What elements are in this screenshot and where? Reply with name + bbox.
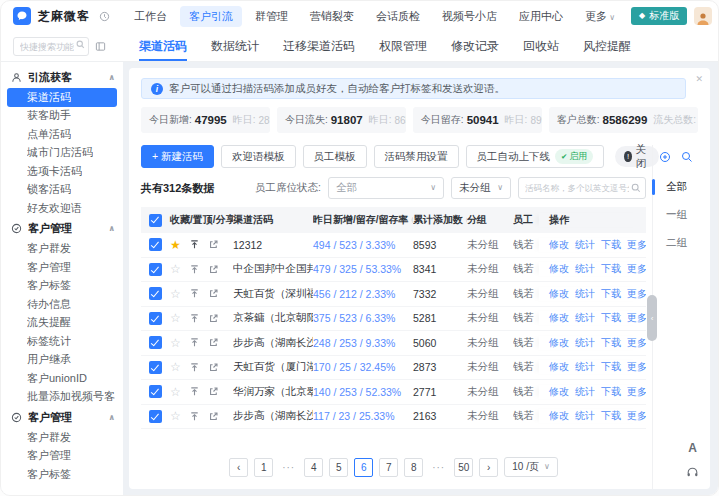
- sidebar-item[interactable]: 锁客活码 ∧: [1, 181, 123, 200]
- action-download[interactable]: 下载: [601, 238, 621, 252]
- action-more[interactable]: 更多: [627, 336, 646, 350]
- star-icon[interactable]: [170, 361, 181, 373]
- tab[interactable]: 回收站: [523, 31, 559, 61]
- star-icon[interactable]: [170, 263, 181, 275]
- support-headset-button[interactable]: [686, 466, 699, 479]
- sidebar-item[interactable]: 点单活码 ∧: [1, 125, 123, 144]
- page-button[interactable]: 1: [254, 458, 273, 477]
- page-button[interactable]: 50: [454, 458, 473, 477]
- row-checkbox[interactable]: [149, 263, 162, 276]
- daily-stats-link[interactable]: 117 / 23 / 25.33%: [313, 410, 413, 422]
- staff-template-button[interactable]: 员工模板: [303, 145, 367, 168]
- collapse-panel-handle[interactable]: ‹: [647, 295, 657, 341]
- share-icon[interactable]: [208, 264, 219, 275]
- pin-top-icon[interactable]: [189, 288, 200, 299]
- sidebar-item[interactable]: 客户管理 ∧: [1, 218, 123, 240]
- nav-item[interactable]: 工作台: [125, 6, 176, 27]
- sidebar-item[interactable]: 城市门店活码 ∧: [1, 144, 123, 163]
- star-icon[interactable]: [170, 288, 181, 300]
- share-icon[interactable]: [208, 362, 219, 373]
- row-checkbox[interactable]: [149, 312, 162, 325]
- welcome-template-button[interactable]: 欢迎语模板: [221, 145, 296, 168]
- action-stats[interactable]: 统计: [575, 238, 595, 252]
- sidebar-item[interactable]: 待办信息 ∧: [1, 295, 123, 314]
- page-button[interactable]: 6: [354, 458, 373, 477]
- sidebar-item[interactable]: 客户标签 ∧: [1, 465, 123, 484]
- action-more[interactable]: 更多: [627, 262, 646, 276]
- action-more[interactable]: 更多: [627, 287, 646, 301]
- row-checkbox[interactable]: [149, 410, 162, 423]
- action-more[interactable]: 更多: [627, 360, 646, 374]
- tab[interactable]: 数据统计: [211, 31, 259, 61]
- search-group-icon[interactable]: [681, 151, 693, 163]
- page-button[interactable]: 8: [404, 458, 423, 477]
- qrcode-search-input[interactable]: [518, 177, 646, 199]
- pin-top-icon[interactable]: [189, 337, 200, 348]
- row-checkbox[interactable]: [149, 287, 162, 300]
- disable-settings-button[interactable]: 活码禁用设置: [374, 145, 459, 168]
- qrcode-name[interactable]: 步步高（湖南长沙...: [233, 409, 313, 423]
- star-icon[interactable]: [170, 239, 181, 251]
- action-modify[interactable]: 修改: [549, 311, 569, 325]
- seat-status-select[interactable]: 全部 ∨: [328, 177, 444, 199]
- action-download[interactable]: 下载: [601, 287, 621, 301]
- new-qrcode-button[interactable]: + 新建活码: [141, 145, 214, 168]
- action-stats[interactable]: 统计: [575, 262, 595, 276]
- daily-stats-link[interactable]: 248 / 253 / 9.33%: [313, 337, 413, 349]
- nav-item[interactable]: 客户引流: [180, 6, 242, 27]
- row-checkbox[interactable]: [149, 336, 162, 349]
- action-stats[interactable]: 统计: [575, 360, 595, 374]
- add-group-icon[interactable]: [659, 151, 671, 163]
- row-checkbox[interactable]: [149, 385, 162, 398]
- action-stats[interactable]: 统计: [575, 287, 595, 301]
- nav-item[interactable]: 更多: [576, 6, 624, 27]
- tab[interactable]: 权限管理: [379, 31, 427, 61]
- user-avatar[interactable]: [694, 7, 712, 25]
- daily-stats-link[interactable]: 456 / 212 / 2.33%: [313, 288, 413, 300]
- share-icon[interactable]: [208, 239, 219, 250]
- pin-top-icon[interactable]: [189, 264, 200, 275]
- sidebar-item[interactable]: 标签统计 ∧: [1, 332, 123, 351]
- sidebar-item[interactable]: 客户群发 ∧: [1, 428, 123, 447]
- qrcode-name[interactable]: 天虹百货（深圳福...: [233, 287, 313, 301]
- sidebar-item[interactable]: 客户管理 ∧: [1, 258, 123, 277]
- sidebar-item[interactable]: 客户管理 ∧: [1, 406, 123, 428]
- auto-online-button[interactable]: 员工自动上下线 ✔ 启用: [466, 145, 605, 168]
- share-icon[interactable]: [208, 386, 219, 397]
- star-icon[interactable]: [170, 386, 181, 398]
- page-button[interactable]: ···: [429, 458, 448, 477]
- sidebar-item[interactable]: 选项卡活码 ∧: [1, 162, 123, 181]
- action-download[interactable]: 下载: [601, 385, 621, 399]
- action-download[interactable]: 下载: [601, 409, 621, 423]
- page-button[interactable]: 4: [304, 458, 323, 477]
- share-icon[interactable]: [208, 337, 219, 348]
- nav-item[interactable]: 应用中心: [510, 6, 572, 27]
- sidebar-item[interactable]: 渠道活码 ∧: [7, 88, 117, 107]
- daily-stats-link[interactable]: 479 / 325 / 53.33%: [313, 263, 413, 275]
- action-modify[interactable]: 修改: [549, 262, 569, 276]
- action-more[interactable]: 更多: [627, 409, 646, 423]
- share-icon[interactable]: [208, 288, 219, 299]
- plan-badge[interactable]: ◆ 标准版: [631, 7, 687, 25]
- sidebar-item[interactable]: 客户标签 ∧: [1, 277, 123, 296]
- qrcode-name[interactable]: 步步高（湖南长沙...: [233, 336, 313, 350]
- row-checkbox[interactable]: [149, 361, 162, 374]
- star-icon[interactable]: [170, 337, 181, 349]
- action-stats[interactable]: 统计: [575, 336, 595, 350]
- daily-stats-link[interactable]: 170 / 25 / 32.45%: [313, 361, 413, 373]
- close-icon[interactable]: ✕: [695, 74, 703, 84]
- tab[interactable]: 迁移渠道活码: [283, 31, 355, 61]
- sidebar-item[interactable]: 用户继承 ∧: [1, 351, 123, 370]
- sidebar-item[interactable]: 批量添加视频号客户 ∧: [1, 388, 123, 407]
- tab[interactable]: 渠道活码: [139, 31, 187, 61]
- nav-item[interactable]: 会话质检: [367, 6, 429, 27]
- select-all-checkbox[interactable]: [149, 214, 162, 227]
- action-modify[interactable]: 修改: [549, 238, 569, 252]
- sidebar-item[interactable]: 好友欢迎语 ∧: [1, 199, 123, 218]
- action-download[interactable]: 下载: [601, 311, 621, 325]
- sidebar-item[interactable]: 获客助手 ∧: [1, 107, 123, 126]
- group-select[interactable]: 未分组 ∨: [451, 177, 511, 199]
- assistant-button[interactable]: A: [688, 441, 697, 455]
- action-stats[interactable]: 统计: [575, 409, 595, 423]
- sidebar-item[interactable]: 客户unionID ∧: [1, 369, 123, 388]
